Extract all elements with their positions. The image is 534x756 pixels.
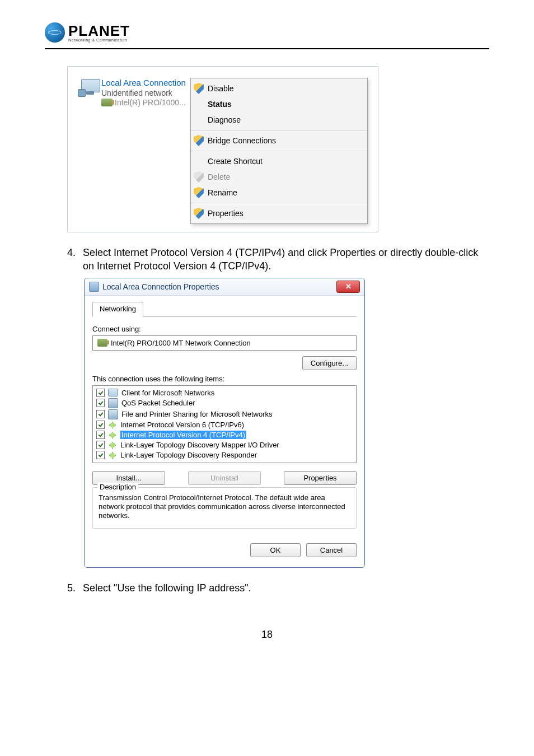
item-label: Link-Layer Topology Discovery Mapper I/O… xyxy=(120,441,279,449)
ctx-label: Properties xyxy=(208,209,243,218)
configure-button[interactable]: Configure... xyxy=(302,356,357,370)
item-label: Internet Protocol Version 4 (TCP/IPv4) xyxy=(120,431,246,439)
item-label: QoS Packet Scheduler xyxy=(121,399,195,407)
service-icon xyxy=(108,409,118,419)
nic-icon xyxy=(97,339,107,347)
ctx-label: Status xyxy=(208,100,232,109)
step-number: 5. xyxy=(67,581,83,595)
header-divider xyxy=(45,48,489,49)
shield-icon xyxy=(194,187,204,198)
ctx-label: Rename xyxy=(208,188,237,197)
ctx-status[interactable]: Status xyxy=(191,96,367,112)
list-item[interactable]: Client for Microsoft Networks xyxy=(96,388,353,398)
list-item-selected[interactable]: Internet Protocol Version 4 (TCP/IPv4) xyxy=(96,430,353,440)
logo: PLANET Networking & Communication xyxy=(45,22,489,43)
shield-icon xyxy=(194,171,204,183)
ctx-create-shortcut[interactable]: Create Shortcut xyxy=(191,153,367,169)
ctx-label: Disable xyxy=(208,84,234,93)
list-item[interactable]: Link-Layer Topology Discovery Mapper I/O… xyxy=(96,440,353,450)
item-label: Client for Microsoft Networks xyxy=(121,389,214,397)
step-4: 4. Select Internet Protocol Version 4 (T… xyxy=(67,246,489,273)
tab-strip: Networking xyxy=(92,301,357,317)
checkbox[interactable] xyxy=(96,399,105,407)
items-list: Client for Microsoft Networks QoS Packet… xyxy=(92,385,357,463)
context-menu: Disable Status Diagnose Bridge C xyxy=(190,78,368,224)
ctx-disable[interactable]: Disable xyxy=(191,81,367,96)
network-connections-screenshot: Local Area Connection Unidentified netwo… xyxy=(67,66,378,232)
adapter-field: Intel(R) PRO/1000 MT Network Connection xyxy=(92,335,357,351)
scheduler-icon xyxy=(108,398,118,408)
description-group: Description Transmission Control Protoco… xyxy=(92,487,357,529)
connection-properties-dialog: Local Area Connection Properties ✕ Netwo… xyxy=(84,278,365,568)
connection-name[interactable]: Local Area Connection xyxy=(101,78,186,87)
shield-icon xyxy=(194,135,204,146)
protocol-icon xyxy=(108,431,117,440)
item-label: Internet Protocol Version 6 (TCP/IPv6) xyxy=(120,421,244,429)
protocol-icon xyxy=(108,421,117,430)
ctx-label: Delete xyxy=(208,172,230,181)
list-item[interactable]: Internet Protocol Version 6 (TCP/IPv6) xyxy=(96,420,353,430)
dialog-icon xyxy=(89,282,99,292)
checkbox[interactable] xyxy=(96,451,105,459)
uninstall-button: Uninstall xyxy=(188,471,261,485)
item-label: Link-Layer Topology Discovery Responder xyxy=(120,451,257,459)
list-item[interactable]: File and Printer Sharing for Microsoft N… xyxy=(96,409,353,420)
ctx-label: Create Shortcut xyxy=(208,157,263,166)
ctx-delete: Delete xyxy=(191,169,367,185)
protocol-icon xyxy=(108,451,117,460)
adapter-name: Intel(R) PRO/1000 MT Network Connection xyxy=(111,339,251,347)
checkbox[interactable] xyxy=(96,421,105,429)
logo-title: PLANET xyxy=(68,24,130,38)
shield-icon xyxy=(194,208,204,219)
step-text: Select "Use the following IP address". xyxy=(83,581,251,595)
list-item[interactable]: Link-Layer Topology Discovery Responder xyxy=(96,450,353,460)
client-icon xyxy=(108,389,118,396)
step-5: 5. Select "Use the following IP address"… xyxy=(67,581,489,595)
ctx-label: Diagnose xyxy=(208,115,241,124)
description-text: Transmission Control Protocol/Internet P… xyxy=(99,493,350,521)
ctx-properties[interactable]: Properties xyxy=(191,206,367,221)
page-number: 18 xyxy=(45,629,489,641)
close-button[interactable]: ✕ xyxy=(336,281,360,293)
network-adapter-icon xyxy=(78,78,98,224)
nic-icon xyxy=(101,99,113,106)
ctx-bridge[interactable]: Bridge Connections xyxy=(191,133,367,148)
step-number: 4. xyxy=(67,246,83,273)
properties-button[interactable]: Properties xyxy=(284,471,357,485)
protocol-icon xyxy=(108,441,117,450)
checkbox[interactable] xyxy=(96,441,105,449)
connection-adapter: Intel(R) PRO/1000... xyxy=(115,98,186,107)
checkbox[interactable] xyxy=(96,410,105,418)
ctx-rename[interactable]: Rename xyxy=(191,185,367,200)
connection-status: Unidentified network xyxy=(101,88,186,97)
shield-icon xyxy=(194,83,204,94)
ok-button[interactable]: OK xyxy=(250,543,301,557)
tab-networking[interactable]: Networking xyxy=(92,302,143,317)
checkbox[interactable] xyxy=(96,431,105,439)
cancel-button[interactable]: Cancel xyxy=(306,543,357,557)
ctx-diagnose[interactable]: Diagnose xyxy=(191,112,367,128)
connect-using-label: Connect using: xyxy=(92,325,357,333)
ctx-label: Bridge Connections xyxy=(208,136,276,145)
items-label: This connection uses the following items… xyxy=(92,375,357,383)
description-legend: Description xyxy=(97,483,138,491)
logo-globe-icon xyxy=(45,22,65,43)
step-text: Select Internet Protocol Version 4 (TCP/… xyxy=(83,246,489,273)
dialog-title: Local Area Connection Properties xyxy=(102,282,336,291)
list-item[interactable]: QoS Packet Scheduler xyxy=(96,398,353,409)
checkbox[interactable] xyxy=(96,389,105,397)
dialog-titlebar: Local Area Connection Properties ✕ xyxy=(85,278,364,296)
item-label: File and Printer Sharing for Microsoft N… xyxy=(121,410,272,418)
logo-subtitle: Networking & Communication xyxy=(68,38,130,42)
